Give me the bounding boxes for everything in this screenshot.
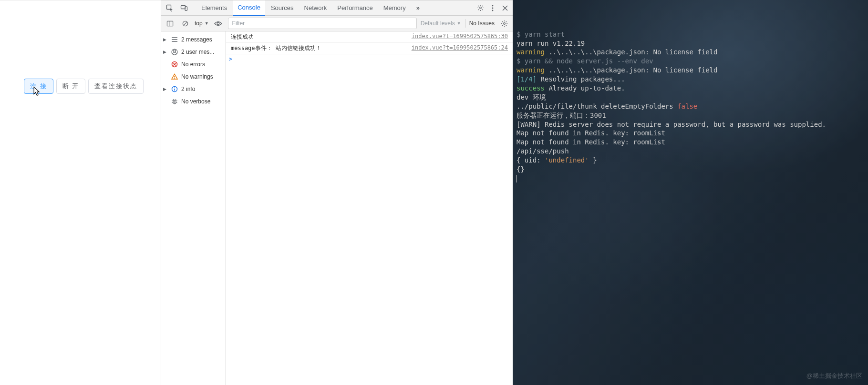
error-icon xyxy=(171,61,178,68)
log-entry[interactable]: 连接成功 index.vue?t=1699502575865:30 xyxy=(226,31,513,43)
sidebar-label: 2 messages xyxy=(181,36,212,43)
expand-icon: ▶ xyxy=(163,87,168,91)
svg-line-10 xyxy=(183,21,186,25)
list-icon xyxy=(171,37,178,42)
terminal-line: [WARN] Redis server does not require a p… xyxy=(517,121,826,128)
terminal-line: yarn start xyxy=(525,30,565,38)
sidebar-item-user-messages[interactable]: ▶ 2 user mes... xyxy=(161,46,226,58)
terminal-line: ../public/file/thunk deleteEmptyFolders xyxy=(517,102,677,110)
terminal-line: } xyxy=(589,156,597,164)
svg-point-4 xyxy=(492,5,494,6)
console-sidebar: ▶ 2 messages ▶ 2 user mes... ▶ No errors xyxy=(161,31,226,385)
kebab-menu-icon[interactable] xyxy=(487,1,498,15)
terminal-cursor xyxy=(517,175,517,182)
svg-point-5 xyxy=(492,7,494,9)
user-icon xyxy=(171,49,178,55)
sidebar-label: No verbose xyxy=(181,98,210,105)
log-source-link[interactable]: index.vue?t=1699502575865:24 xyxy=(412,44,508,52)
issues-label[interactable]: No Issues xyxy=(469,20,495,27)
tab-elements[interactable]: Elements xyxy=(196,0,232,16)
tab-sources[interactable]: Sources xyxy=(266,0,299,16)
svg-point-20 xyxy=(174,78,175,79)
chevron-down-icon: ▼ xyxy=(457,21,461,26)
sidebar-item-messages[interactable]: ▶ 2 messages xyxy=(161,33,226,46)
terminal-panel[interactable]: $ yarn start yarn run v1.22.19 warning .… xyxy=(513,0,868,385)
toggle-device-toolbar-icon[interactable] xyxy=(177,1,191,15)
tab-memory[interactable]: Memory xyxy=(379,0,411,16)
terminal-line: { uid: xyxy=(517,156,545,164)
terminal-success: success xyxy=(517,84,548,92)
terminal-string: 'undefined' xyxy=(545,156,589,164)
levels-label: Default levels xyxy=(421,20,455,27)
log-message: message事件： 站内信链接成功！ xyxy=(231,44,321,52)
context-label: top xyxy=(195,20,203,27)
svg-point-6 xyxy=(492,10,494,11)
log-levels-selector[interactable]: Default levels ▼ xyxy=(421,20,461,27)
svg-point-12 xyxy=(503,22,505,24)
toggle-sidebar-icon[interactable] xyxy=(164,17,176,30)
terminal-false: false xyxy=(677,102,697,110)
app-button-row: 连 接 断 开 查看连接状态 xyxy=(24,79,144,94)
terminal-warning: warning xyxy=(517,48,548,56)
terminal-line: Resolving packages... xyxy=(541,75,625,83)
svg-point-11 xyxy=(217,22,219,25)
terminal-step: [1/4] xyxy=(517,75,541,83)
terminal-line: /api/sse/push xyxy=(517,147,569,155)
tab-more[interactable]: » xyxy=(412,0,424,16)
expand-icon: ▶ xyxy=(163,50,168,54)
svg-point-3 xyxy=(479,7,481,9)
live-expression-icon[interactable] xyxy=(213,17,224,30)
tab-performance[interactable]: Performance xyxy=(332,0,377,16)
svg-point-16 xyxy=(174,50,176,52)
disconnect-button[interactable]: 断 开 xyxy=(56,79,86,94)
chevron-down-icon: ▼ xyxy=(205,21,209,26)
svg-rect-7 xyxy=(167,21,173,26)
terminal-line: yarn && node server.js --env dev xyxy=(525,57,653,65)
info-icon xyxy=(171,86,178,92)
warning-icon xyxy=(171,73,178,80)
terminal-line: Map not found in Redis. key: roomList xyxy=(517,129,665,137)
filter-placeholder: Filter xyxy=(232,20,245,27)
console-log-area[interactable]: 连接成功 index.vue?t=1699502575865:30 messag… xyxy=(226,31,513,385)
sidebar-label: 2 user mes... xyxy=(181,49,214,55)
devtools-tab-bar: Elements Console Sources Network Perform… xyxy=(161,0,513,16)
console-input-prompt[interactable]: > xyxy=(226,54,513,64)
console-body: ▶ 2 messages ▶ 2 user mes... ▶ No errors xyxy=(161,31,513,385)
terminal-output: $ yarn start yarn run v1.22.19 warning .… xyxy=(517,21,864,192)
clear-console-icon[interactable] xyxy=(179,17,191,30)
prompt: $ xyxy=(517,30,525,38)
terminal-line: {} xyxy=(517,165,525,173)
log-entry[interactable]: message事件： 站内信链接成功！ index.vue?t=16995025… xyxy=(226,43,513,54)
tab-console[interactable]: Console xyxy=(233,0,265,16)
filter-input[interactable]: Filter xyxy=(228,18,417,29)
sidebar-item-warnings[interactable]: ▶ No warnings xyxy=(161,71,226,83)
terminal-line: Already up-to-date. xyxy=(548,84,625,92)
terminal-line: 服务器正在运行，端口：3001 xyxy=(517,111,606,119)
mouse-cursor-icon xyxy=(32,86,41,97)
devtools-panel: Elements Console Sources Network Perform… xyxy=(161,0,513,385)
terminal-line: dev 环境 xyxy=(517,93,546,101)
log-message: 连接成功 xyxy=(231,33,254,41)
settings-icon[interactable] xyxy=(475,1,486,15)
svg-point-22 xyxy=(174,87,175,88)
terminal-line: yarn run v1.22.19 xyxy=(517,40,585,47)
bug-icon xyxy=(171,98,178,105)
sidebar-item-verbose[interactable]: ▶ No verbose xyxy=(161,95,226,108)
check-status-button[interactable]: 查看连接状态 xyxy=(88,79,144,94)
web-app-panel: 连 接 断 开 查看连接状态 xyxy=(0,0,161,385)
execution-context-selector[interactable]: top ▼ xyxy=(195,20,209,27)
log-source-link[interactable]: index.vue?t=1699502575865:30 xyxy=(412,33,508,41)
sidebar-label: No errors xyxy=(181,61,205,68)
sidebar-label: 2 info xyxy=(181,86,195,92)
console-settings-icon[interactable] xyxy=(498,17,510,30)
terminal-line: ..\..\..\..\package.json: No license fie… xyxy=(548,66,717,74)
terminal-line: Map not found in Redis. key: roomList xyxy=(517,138,665,146)
svg-rect-1 xyxy=(181,5,186,9)
close-icon[interactable] xyxy=(499,1,511,15)
inspect-element-icon[interactable] xyxy=(163,1,176,15)
sidebar-item-errors[interactable]: ▶ No errors xyxy=(161,58,226,71)
terminal-warning: warning xyxy=(517,66,548,74)
console-toolbar: top ▼ Filter Default levels ▼ No Issues xyxy=(161,16,513,31)
sidebar-item-info[interactable]: ▶ 2 info xyxy=(161,83,226,95)
tab-network[interactable]: Network xyxy=(300,0,332,16)
